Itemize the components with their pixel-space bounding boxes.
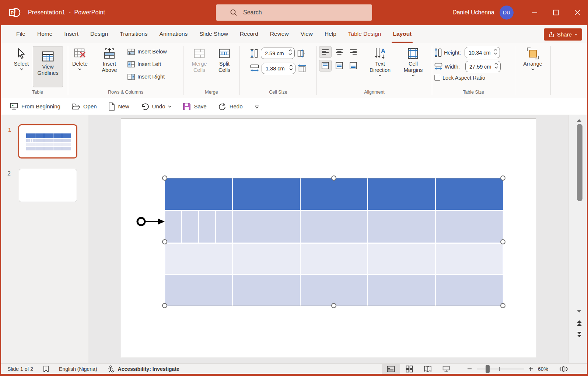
- table-cell[interactable]: [233, 244, 300, 274]
- slide-sorter-view-button[interactable]: [400, 364, 419, 374]
- align-left-button[interactable]: [319, 46, 332, 58]
- table-cell[interactable]: [436, 244, 503, 274]
- next-slide-button[interactable]: [576, 331, 582, 338]
- table-width-spinner[interactable]: [494, 63, 498, 69]
- lock-aspect-checkbox[interactable]: [434, 75, 440, 81]
- table-cell[interactable]: [165, 275, 232, 306]
- selection-handle-middle-right[interactable]: [500, 239, 505, 244]
- table-cell[interactable]: [436, 275, 503, 306]
- tab-transitions[interactable]: Transitions: [114, 25, 153, 43]
- tab-insert[interactable]: Insert: [58, 25, 84, 43]
- slide-1-thumbnail[interactable]: [18, 124, 77, 159]
- split-cells-button[interactable]: Split Cells: [213, 46, 235, 74]
- column-width-spinner[interactable]: [289, 65, 293, 70]
- table-cell[interactable]: [436, 178, 503, 210]
- row-height-spinner[interactable]: [288, 49, 292, 55]
- avatar[interactable]: DU: [500, 6, 514, 20]
- table-cell[interactable]: [199, 211, 215, 243]
- table-cell[interactable]: [216, 211, 232, 243]
- scroll-down-icon[interactable]: [577, 310, 582, 313]
- save-button[interactable]: Save: [183, 102, 206, 111]
- table-cell[interactable]: [368, 178, 435, 210]
- zoom-level[interactable]: 60%: [538, 364, 548, 374]
- table-cell[interactable]: [368, 244, 435, 274]
- minimize-button[interactable]: [524, 0, 545, 25]
- tab-record[interactable]: Record: [234, 25, 264, 43]
- tab-review[interactable]: Review: [264, 25, 295, 43]
- table-cell[interactable]: [165, 211, 181, 243]
- language-indicator[interactable]: English (Nigeria): [59, 366, 97, 372]
- slide-show-button[interactable]: [437, 364, 455, 374]
- new-button[interactable]: New: [108, 102, 129, 111]
- selection-handle-top-right[interactable]: [500, 175, 505, 181]
- table-cell[interactable]: [368, 275, 435, 306]
- table-cell[interactable]: [233, 275, 300, 306]
- table-cell[interactable]: [233, 178, 300, 210]
- view-gridlines-toggle[interactable]: View Gridlines: [33, 46, 63, 87]
- table-cell[interactable]: [436, 211, 503, 243]
- tab-layout[interactable]: Layout: [387, 25, 417, 43]
- tab-slide-show[interactable]: Slide Show: [193, 25, 234, 43]
- arrange-button[interactable]: Arrange: [521, 46, 544, 72]
- selection-handle-bottom-left[interactable]: [162, 303, 167, 308]
- reading-view-button[interactable]: [419, 364, 437, 374]
- lock-aspect-ratio[interactable]: Lock Aspect Ratio: [434, 75, 501, 81]
- close-button[interactable]: [567, 0, 588, 25]
- selection-handle-top-center[interactable]: [331, 175, 336, 181]
- table-cell[interactable]: [233, 211, 300, 243]
- align-right-button[interactable]: [347, 46, 360, 58]
- tab-home[interactable]: Home: [31, 25, 58, 43]
- align-middle-button[interactable]: [333, 60, 346, 72]
- share-button[interactable]: Share: [544, 28, 582, 41]
- select-button[interactable]: Select: [12, 46, 31, 72]
- selection-handle-bottom-right[interactable]: [500, 303, 505, 308]
- insert-below-button[interactable]: Insert Below: [126, 46, 168, 57]
- table-cell[interactable]: [301, 244, 368, 274]
- scrollbar-thumb[interactable]: [577, 124, 582, 201]
- vertical-scrollbar[interactable]: [568, 115, 587, 363]
- from-beginning-button[interactable]: From Beginning: [10, 102, 60, 111]
- tab-file[interactable]: File: [10, 25, 31, 43]
- table-cell[interactable]: [182, 211, 198, 243]
- normal-view-button[interactable]: [382, 364, 400, 374]
- insert-above-button[interactable]: Insert Above: [96, 46, 123, 74]
- tab-animations[interactable]: Animations: [154, 25, 194, 43]
- previous-slide-button[interactable]: [576, 320, 582, 327]
- table-cell[interactable]: [301, 178, 368, 210]
- accessibility-status[interactable]: Accessibility: Investigate: [107, 365, 179, 373]
- slide-editing-area[interactable]: [121, 118, 536, 358]
- maximize-button[interactable]: [545, 0, 567, 25]
- user-name[interactable]: Daniel Uchenna: [452, 9, 494, 16]
- zoom-out-button[interactable]: [465, 364, 474, 374]
- tab-view[interactable]: View: [295, 25, 319, 43]
- slide-2-thumbnail[interactable]: [19, 169, 77, 202]
- cell-margins-button[interactable]: Cell Margins: [397, 46, 430, 78]
- qat-overflow-button[interactable]: [254, 104, 260, 109]
- align-bottom-button[interactable]: [347, 60, 360, 72]
- align-top-button[interactable]: [319, 60, 332, 72]
- tab-help[interactable]: Help: [319, 25, 342, 43]
- scroll-up-icon[interactable]: [577, 119, 582, 122]
- spellcheck-icon[interactable]: [43, 365, 49, 373]
- table-height-spinner[interactable]: [494, 49, 497, 55]
- selection-handle-middle-left[interactable]: [162, 239, 167, 244]
- align-center-button[interactable]: [333, 46, 346, 58]
- table-cell[interactable]: [368, 211, 435, 243]
- zoom-in-button[interactable]: [526, 364, 535, 374]
- tab-design[interactable]: Design: [84, 25, 114, 43]
- selection-handle-top-left[interactable]: [162, 175, 167, 181]
- open-button[interactable]: Open: [71, 102, 97, 111]
- fit-slide-to-window-button[interactable]: [557, 364, 570, 374]
- zoom-slider-track[interactable]: [477, 369, 524, 369]
- table-cell[interactable]: [301, 275, 368, 306]
- table-cell[interactable]: [301, 211, 368, 243]
- table-cell[interactable]: [165, 244, 232, 274]
- table-cell[interactable]: [165, 178, 232, 210]
- selection-handle-bottom-center[interactable]: [331, 303, 336, 308]
- undo-button[interactable]: Undo: [140, 102, 172, 111]
- redo-button[interactable]: Redo: [218, 102, 243, 111]
- insert-left-button[interactable]: Insert Left: [126, 59, 168, 70]
- zoom-slider-thumb[interactable]: [486, 365, 490, 373]
- search-box[interactable]: Search: [216, 4, 372, 21]
- insert-right-button[interactable]: Insert Right: [126, 71, 168, 82]
